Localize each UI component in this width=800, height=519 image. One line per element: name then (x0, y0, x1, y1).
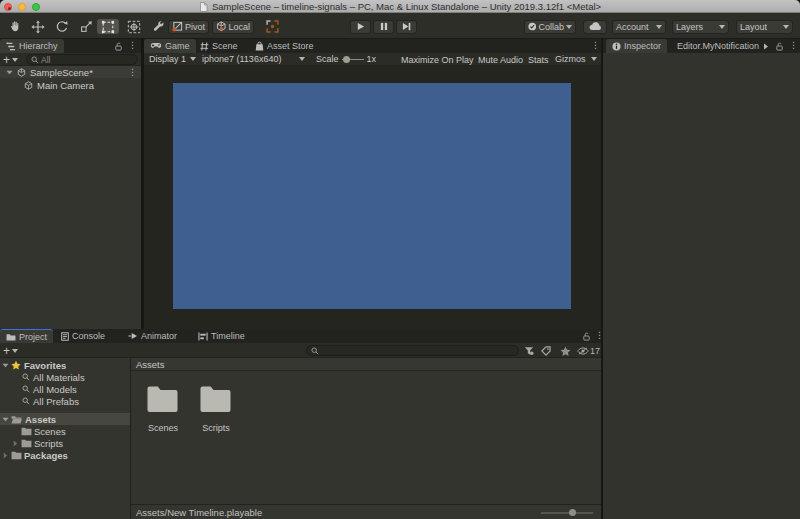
unity-editor-window: SampleScene – timeline-signals – PC, Mac… (0, 0, 800, 519)
tab-console[interactable]: Console (55, 329, 111, 343)
thumbnail-slider-knob[interactable] (569, 509, 576, 516)
project-tabbar: Project Console Animator (0, 329, 601, 343)
scripts-foldout-icon[interactable] (12, 440, 19, 447)
mute-audio-toggle[interactable]: Mute Audio (478, 55, 523, 65)
favorites-star-icon (11, 360, 21, 370)
hierarchy-tab-label: Hierarchy (19, 41, 58, 51)
local-toggle-button[interactable]: Local (212, 20, 254, 34)
scale-tool-button[interactable] (75, 19, 97, 34)
console-tab-label: Console (72, 331, 105, 341)
search-icon (31, 56, 39, 64)
hierarchy-menu-icon[interactable]: ⋮ (128, 41, 137, 50)
layers-dropdown[interactable]: Layers (672, 20, 729, 34)
display-label: Display 1 (149, 54, 186, 64)
game-view-icon (150, 42, 162, 50)
grid-snapping-button[interactable] (266, 20, 279, 33)
aspect-dropdown[interactable]: iphone7 (1136x640) (202, 53, 305, 65)
scale-slider-knob[interactable] (343, 56, 350, 63)
scene-menu-icon[interactable]: ⋮ (128, 68, 137, 77)
custom-tool-button[interactable] (147, 19, 169, 34)
tab-scroll-right-icon[interactable] (763, 43, 769, 50)
project-tab-label: Project (19, 332, 47, 342)
account-dropdown[interactable]: Account (612, 20, 666, 34)
thumbnail-size-slider[interactable] (541, 512, 593, 514)
project-toolbar: + 17 (0, 343, 601, 358)
local-label: Local (228, 22, 250, 32)
tree-scenes[interactable]: Scenes (0, 425, 130, 437)
all-prefabs-label: All Prefabs (33, 396, 79, 407)
scene-view-icon (200, 42, 209, 51)
scale-slider[interactable] (342, 53, 364, 65)
move-tool-button[interactable] (27, 19, 49, 34)
inspector-lock-icon[interactable] (775, 42, 784, 51)
folder-tile-scripts[interactable]: Scripts (184, 384, 248, 433)
pivot-toggle-button[interactable]: Pivot (168, 20, 209, 34)
query-icon (22, 397, 30, 405)
rotate-tool-button[interactable] (51, 19, 73, 34)
inspector-menu-icon[interactable]: ⋮ (789, 41, 798, 50)
stats-toggle[interactable]: Stats (528, 55, 549, 65)
hierarchy-create-arrow-icon[interactable] (12, 58, 18, 62)
tab-asset-store[interactable]: Asset Store (249, 39, 320, 53)
foldout-open-icon[interactable] (6, 69, 13, 76)
tab-inspector[interactable]: Inspector (606, 39, 667, 53)
hierarchy-create-button[interactable]: + (3, 53, 10, 67)
assets-label: Assets (25, 414, 56, 425)
tree-scripts[interactable]: Scripts (0, 437, 130, 449)
rect-tool-button[interactable] (97, 19, 119, 34)
display-dropdown[interactable]: Display 1 (149, 53, 196, 65)
custom-tool-icon (152, 20, 165, 33)
maximize-on-play-toggle[interactable]: Maximize On Play (401, 55, 474, 65)
hand-tool-button[interactable] (3, 19, 25, 34)
hierarchy-search-filter: All (41, 55, 50, 65)
project-panel: Project Console Animator (0, 329, 601, 519)
tree-all-models[interactable]: All Models (0, 383, 130, 395)
play-button[interactable] (350, 20, 371, 34)
scene-row[interactable]: SampleScene* ⋮ (0, 66, 141, 78)
collab-dropdown[interactable]: Collab (524, 20, 576, 34)
gizmos-dropdown[interactable]: Gizmos (555, 53, 597, 65)
pivot-label: Pivot (185, 22, 205, 32)
project-statusbar: Assets/New Timeline.playable (131, 504, 601, 519)
animator-tab-label: Animator (141, 331, 177, 341)
project-menu-icon[interactable]: ⋮ (595, 331, 604, 340)
project-lock-icon[interactable] (582, 332, 591, 341)
favorites-foldout-icon[interactable] (2, 362, 9, 369)
tree-favorites[interactable]: Favorites (0, 359, 130, 371)
tab-project[interactable]: Project (0, 329, 53, 343)
tree-packages[interactable]: Packages (0, 449, 130, 461)
game-viewport[interactable] (173, 83, 571, 309)
layout-dropdown[interactable]: Layout (736, 20, 793, 34)
transform-tool-button[interactable] (123, 19, 145, 34)
tab-animator[interactable]: Animator (122, 329, 183, 343)
notification-tab-label: Editor.MyNotification (677, 41, 759, 51)
tree-all-materials[interactable]: All Materials (0, 371, 130, 383)
pause-button[interactable] (373, 20, 394, 34)
cloud-button[interactable] (583, 20, 607, 34)
hierarchy-item-main-camera[interactable]: Main Camera (0, 79, 141, 91)
hidden-packages-eye-icon[interactable] (577, 347, 589, 355)
lock-icon[interactable] (114, 42, 123, 51)
tree-assets[interactable]: Assets (0, 413, 130, 425)
step-button[interactable] (396, 20, 417, 34)
assets-foldout-icon[interactable] (2, 416, 9, 423)
packages-foldout-icon[interactable] (2, 452, 9, 459)
tab-scene[interactable]: Scene (194, 39, 244, 53)
project-search-input[interactable] (306, 345, 519, 356)
hierarchy-search-input[interactable]: All (26, 54, 138, 65)
save-search-star-icon[interactable] (560, 346, 571, 356)
tree-all-prefabs[interactable]: All Prefabs (0, 395, 130, 407)
tab-hierarchy[interactable]: Hierarchy (0, 39, 64, 53)
asset-store-tab-label: Asset Store (267, 41, 314, 51)
project-create-arrow-icon[interactable] (12, 349, 18, 353)
tab-game[interactable]: Game (144, 39, 196, 53)
game-menu-icon[interactable]: ⋮ (591, 41, 600, 50)
search-by-label-icon[interactable] (541, 346, 551, 356)
project-create-button[interactable]: + (3, 344, 10, 358)
rect-tool-icon (101, 20, 115, 34)
tab-timeline[interactable]: Timeline (192, 329, 251, 343)
tab-editor-mynotification[interactable]: Editor.MyNotification (671, 39, 765, 53)
search-by-type-icon[interactable] (524, 346, 534, 356)
layers-label: Layers (676, 22, 703, 32)
breadcrumb-assets[interactable]: Assets (136, 359, 165, 370)
